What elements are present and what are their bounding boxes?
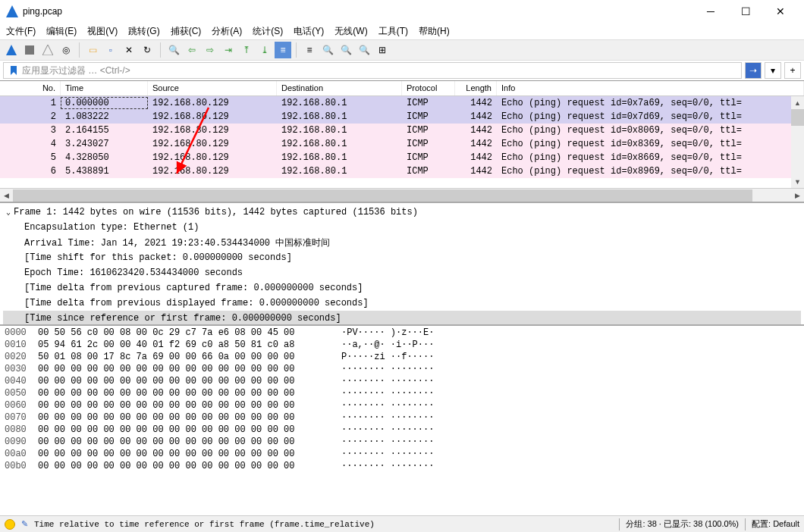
detail-since-ref[interactable]: [Time since reference or first frame: 0.…	[3, 311, 801, 324]
find-packet-icon[interactable]: 🔍	[165, 42, 182, 58]
hex-row[interactable]: 005000 00 00 00 00 00 00 00 00 00 00 00 …	[5, 388, 799, 400]
status-packets: 分组: 38 · 已显示: 38 (100.0%)	[626, 518, 739, 530]
hex-row[interactable]: 002050 01 08 00 17 8c 7a 69 00 00 66 0a …	[5, 352, 799, 364]
edit-icon[interactable]: ✎	[21, 519, 28, 529]
filter-add-button[interactable]: +	[784, 62, 801, 79]
filter-dropdown-button[interactable]: ▾	[765, 62, 781, 79]
menu-help[interactable]: 帮助(H)	[419, 25, 450, 38]
minimize-button[interactable]: ─	[693, 0, 728, 23]
menu-wireless[interactable]: 无线(W)	[334, 25, 367, 38]
detail-arrival[interactable]: Arrival Time: Jan 14, 2021 19:23:40.5344…	[3, 235, 801, 250]
bookmark-icon	[8, 65, 19, 76]
scroll-left-icon[interactable]: ◀	[0, 189, 13, 202]
packet-list-hscrollbar[interactable]: ◀ ▶	[0, 188, 804, 202]
window-title: ping.pcap	[23, 6, 693, 17]
packet-row[interactable]: 21.083222192.168.80.129192.168.80.1ICMP1…	[0, 110, 804, 124]
capture-options-icon[interactable]: ◎	[58, 42, 74, 58]
svg-rect-0	[25, 45, 34, 55]
col-header-info[interactable]: Info	[497, 81, 804, 95]
scroll-up-icon[interactable]: ▲	[791, 96, 804, 109]
detail-encap[interactable]: Encapsulation type: Ethernet (1)	[3, 220, 801, 235]
titlebar: ping.pcap ─ ☐ ✕	[0, 0, 804, 23]
last-packet-icon[interactable]: ⤓	[256, 42, 273, 58]
stop-capture-icon[interactable]	[21, 42, 38, 58]
auto-scroll-icon[interactable]: ≡	[275, 42, 291, 58]
hex-row[interactable]: 004000 00 00 00 00 00 00 00 00 00 00 00 …	[5, 376, 799, 388]
toolbar: ◎ ▭ ▫ ✕ ↻ 🔍 ⇦ ⇨ ⇥ ⤒ ⤓ ≡ ≡ 🔍 🔍 🔍 ⊞	[0, 39, 804, 61]
open-file-icon[interactable]: ▭	[84, 42, 101, 58]
filterbar: 应用显示过滤器 … <Ctrl-/> ➝ ▾ +	[0, 61, 804, 80]
first-packet-icon[interactable]: ⤒	[238, 42, 255, 58]
menu-telephony[interactable]: 电话(Y)	[294, 25, 324, 38]
hex-row[interactable]: 000000 50 56 c0 00 08 00 0c 29 c7 7a e6 …	[5, 327, 799, 340]
menu-view[interactable]: 视图(V)	[87, 25, 118, 38]
scroll-down-icon[interactable]: ▼	[791, 175, 804, 188]
colorize-icon[interactable]: ≡	[301, 42, 318, 58]
status-text: Time relative to time reference or first…	[34, 520, 613, 529]
packet-row[interactable]: 32.164155192.168.80.129192.168.80.1ICMP1…	[0, 124, 804, 137]
display-filter-input[interactable]: 应用显示过滤器 … <Ctrl-/>	[3, 62, 742, 79]
packet-row[interactable]: 43.243027192.168.80.129192.168.80.1ICMP1…	[0, 137, 804, 151]
hex-dump-pane: 000000 50 56 c0 00 08 00 0c 29 c7 7a e6 …	[0, 324, 804, 515]
hex-row[interactable]: 001005 94 61 2c 00 00 40 01 f2 69 c0 a8 …	[5, 340, 799, 352]
hex-row[interactable]: 003000 00 00 00 00 00 00 00 00 00 00 00 …	[5, 364, 799, 376]
statusbar: ✎ Time relative to time reference or fir…	[0, 515, 804, 532]
col-header-proto[interactable]: Protocol	[402, 81, 455, 95]
menu-file[interactable]: 文件(F)	[6, 25, 36, 38]
zoom-in-icon[interactable]: 🔍	[319, 42, 336, 58]
save-file-icon[interactable]: ▫	[102, 42, 119, 58]
go-forward-icon[interactable]: ⇨	[202, 42, 218, 58]
restart-capture-icon[interactable]	[39, 42, 56, 58]
detail-epoch[interactable]: Epoch Time: 1610623420.534434000 seconds	[3, 265, 801, 280]
col-header-no[interactable]: No.	[0, 81, 61, 95]
col-header-source[interactable]: Source	[148, 81, 277, 95]
scroll-right-icon[interactable]: ▶	[791, 189, 804, 202]
packet-list-header: No. Time Source Destination Protocol Len…	[0, 81, 804, 96]
packet-list-vscrollbar[interactable]: ▲ ▼	[791, 96, 804, 188]
col-header-len[interactable]: Length	[455, 81, 497, 95]
hex-row[interactable]: 006000 00 00 00 00 00 00 00 00 00 00 00 …	[5, 400, 799, 412]
hex-row[interactable]: 008000 00 00 00 00 00 00 00 00 00 00 00 …	[5, 424, 799, 437]
zoom-reset-icon[interactable]: 🔍	[356, 42, 372, 58]
hex-row[interactable]: 00b000 00 00 00 00 00 00 00 00 00 00 00 …	[5, 461, 799, 473]
detail-shift[interactable]: [Time shift for this packet: 0.000000000…	[3, 250, 801, 265]
menu-go[interactable]: 跳转(G)	[128, 25, 159, 38]
packet-details-pane: ⌄Frame 1: 1442 bytes on wire (11536 bits…	[0, 202, 804, 324]
expert-info-icon[interactable]	[5, 519, 15, 530]
maximize-button[interactable]: ☐	[728, 0, 763, 23]
hex-row[interactable]: 007000 00 00 00 00 00 00 00 00 00 00 00 …	[5, 412, 799, 424]
detail-frame[interactable]: ⌄Frame 1: 1442 bytes on wire (11536 bits…	[3, 205, 801, 220]
menu-capture[interactable]: 捕获(C)	[171, 25, 202, 38]
packet-row[interactable]: 65.438891192.168.80.129192.168.80.1ICMP1…	[0, 164, 804, 178]
detail-delta-cap[interactable]: [Time delta from previous captured frame…	[3, 280, 801, 296]
col-header-dest[interactable]: Destination	[277, 81, 402, 95]
go-back-icon[interactable]: ⇦	[184, 42, 200, 58]
filter-expression-button[interactable]: ➝	[745, 62, 762, 79]
app-icon	[6, 5, 18, 17]
reload-icon[interactable]: ↻	[139, 42, 155, 58]
hex-row[interactable]: 00a000 00 00 00 00 00 00 00 00 00 00 00 …	[5, 449, 799, 461]
hex-row[interactable]: 009000 00 00 00 00 00 00 00 00 00 00 00 …	[5, 437, 799, 449]
resize-columns-icon[interactable]: ⊞	[374, 42, 391, 58]
detail-delta-disp[interactable]: [Time delta from previous displayed fram…	[3, 296, 801, 311]
status-profile[interactable]: 配置: Default	[752, 518, 799, 530]
menu-tools[interactable]: 工具(T)	[378, 25, 408, 38]
col-header-time[interactable]: Time	[61, 81, 148, 95]
close-file-icon[interactable]: ✕	[121, 42, 137, 58]
menu-statistics[interactable]: 统计(S)	[253, 25, 283, 38]
menubar: 文件(F) 编辑(E) 视图(V) 跳转(G) 捕获(C) 分析(A) 统计(S…	[0, 23, 804, 39]
start-capture-icon[interactable]	[3, 42, 20, 58]
zoom-out-icon[interactable]: 🔍	[338, 42, 354, 58]
menu-analyze[interactable]: 分析(A)	[212, 25, 242, 38]
collapse-icon[interactable]: ⌄	[3, 208, 14, 217]
packet-row[interactable]: 10.000000192.168.80.129192.168.80.1ICMP1…	[0, 96, 804, 110]
packet-row[interactable]: 54.328050192.168.80.129192.168.80.1ICMP1…	[0, 151, 804, 164]
go-to-packet-icon[interactable]: ⇥	[220, 42, 237, 58]
close-button[interactable]: ✕	[763, 0, 798, 23]
packet-list-pane: No. Time Source Destination Protocol Len…	[0, 80, 804, 202]
menu-edit[interactable]: 编辑(E)	[46, 25, 77, 38]
